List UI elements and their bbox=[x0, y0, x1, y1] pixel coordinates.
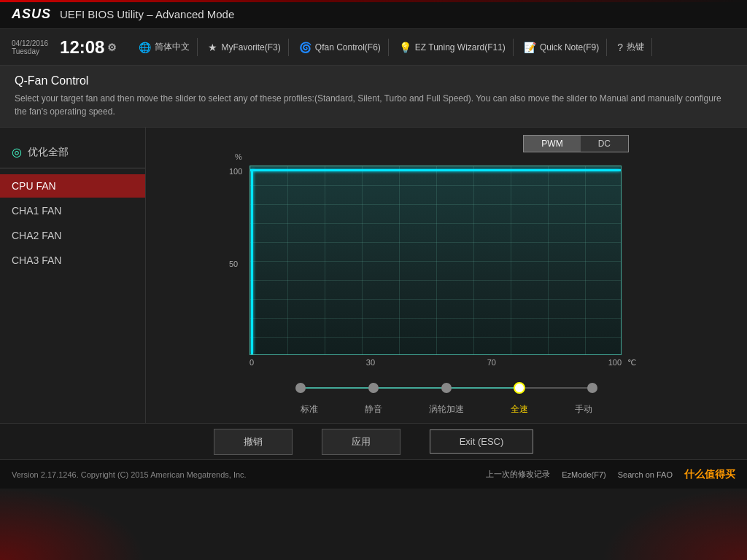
slider-dot-2[interactable] bbox=[441, 383, 452, 393]
slider-label-standard: 标准 bbox=[301, 403, 318, 416]
sidebar-item-cha2-fan[interactable]: CHA2 FAN bbox=[0, 224, 145, 247]
time-display: 12:08 ⚙ bbox=[60, 37, 117, 58]
slider-area: 标准 静音 涡轮加速 全速 手动 bbox=[249, 377, 643, 416]
exit-button[interactable]: Exit (ESC) bbox=[430, 429, 534, 454]
graph-container: % 100 50 0 30 70 100 ℃ bbox=[249, 166, 643, 362]
header: ASUS UEFI BIOS Utility – Advanced Mode bbox=[0, 0, 747, 29]
sidebar-item-cpu-fan[interactable]: CPU FAN bbox=[0, 174, 145, 198]
tuning-icon: 💡 bbox=[399, 42, 411, 53]
pwm-button[interactable]: PWM bbox=[524, 136, 580, 152]
site-logo: 什么值得买 bbox=[684, 468, 735, 481]
slider-label-manual: 手动 bbox=[575, 403, 592, 416]
gear-icon[interactable]: ⚙ bbox=[107, 42, 117, 53]
fan-curve-horizontal bbox=[250, 169, 621, 171]
cancel-button[interactable]: 撤销 bbox=[214, 429, 293, 455]
qfan-description-panel: Q-Fan Control Select your target fan and… bbox=[0, 66, 747, 128]
red-corner-right bbox=[601, 487, 747, 560]
globe-icon: 🌐 bbox=[139, 42, 151, 53]
toolbar-myfavorite[interactable]: ★ MyFavorite(F3) bbox=[201, 39, 288, 56]
toolbar-qfan[interactable]: 🌀 Qfan Control(F6) bbox=[292, 39, 389, 56]
hotkey-icon: ? bbox=[617, 42, 623, 53]
last-change-link[interactable]: 上一次的修改记录 bbox=[486, 469, 550, 480]
slider-labels: 标准 静音 涡轮加速 全速 手动 bbox=[301, 403, 592, 416]
asus-logo: ASUS bbox=[12, 7, 51, 22]
x-axis-unit: ℃ bbox=[627, 358, 636, 368]
toolbar-eztuning[interactable]: 💡 EZ Tuning Wizard(F11) bbox=[392, 39, 514, 56]
y-axis-100: 100 bbox=[229, 167, 242, 176]
favorite-icon: ★ bbox=[208, 42, 217, 53]
qfan-title: Q-Fan Control bbox=[15, 74, 732, 88]
red-corner-left bbox=[0, 487, 146, 560]
chart-area: PWM DC % 100 50 0 30 70 100 ℃ bbox=[146, 128, 747, 423]
slider-dot-4[interactable] bbox=[587, 383, 597, 393]
dc-button[interactable]: DC bbox=[581, 136, 628, 152]
hotkey-label: 热键 bbox=[627, 41, 644, 53]
ez-mode-link[interactable]: EzMode(F7) bbox=[562, 470, 606, 479]
note-icon: 📝 bbox=[524, 42, 536, 53]
favorite-label: MyFavorite(F3) bbox=[221, 42, 280, 52]
slider-dot-0[interactable] bbox=[295, 383, 306, 393]
content-area: ◎ 优化全部 CPU FAN CHA1 FAN CHA2 FAN CHA3 FA… bbox=[0, 128, 747, 423]
toolbar: 04/12/2016 Tuesday 12:08 ⚙ 🌐 简体中文 ★ MyFa… bbox=[0, 29, 747, 66]
datetime: 04/12/2016 Tuesday bbox=[12, 39, 48, 55]
slider-track-container[interactable] bbox=[301, 377, 592, 399]
sidebar: ◎ 优化全部 CPU FAN CHA1 FAN CHA2 FAN CHA3 FA… bbox=[0, 128, 146, 423]
header-title: UEFI BIOS Utility – Advanced Mode bbox=[60, 8, 234, 20]
slider-dot-3[interactable] bbox=[514, 382, 525, 394]
time-text: 12:08 bbox=[60, 37, 104, 58]
toolbar-language[interactable]: 🌐 简体中文 bbox=[131, 38, 198, 56]
bottom-bar: 撤销 应用 Exit (ESC) bbox=[0, 423, 747, 459]
day-label: Tuesday bbox=[12, 47, 48, 55]
date-label: 04/12/2016 bbox=[12, 39, 48, 47]
pwm-dc-toggle[interactable]: PWM DC bbox=[523, 135, 629, 152]
sidebar-item-cha1-fan[interactable]: CHA1 FAN bbox=[0, 199, 145, 222]
slider-label-turbo: 涡轮加速 bbox=[429, 403, 464, 416]
x-label-70: 70 bbox=[487, 358, 496, 367]
qfan-label: Qfan Control(F6) bbox=[315, 42, 381, 52]
optimize-all-item[interactable]: ◎ 优化全部 bbox=[0, 139, 145, 168]
x-label-100: 100 bbox=[608, 358, 622, 367]
fan-curve-vertical bbox=[251, 169, 253, 354]
slider-track-fill bbox=[301, 387, 519, 389]
x-label-0: 0 bbox=[249, 358, 254, 367]
language-label: 简体中文 bbox=[155, 41, 190, 53]
toolbar-hotkey[interactable]: ? 热键 bbox=[610, 38, 652, 56]
qfan-icon: 🌀 bbox=[299, 42, 311, 53]
x-label-30: 30 bbox=[366, 358, 375, 367]
graph-canvas bbox=[249, 166, 622, 355]
x-axis-labels: 0 30 70 100 ℃ bbox=[249, 355, 622, 370]
slider-track bbox=[301, 387, 592, 389]
footer-right: 上一次的修改记录 EzMode(F7) Search on FAO 什么值得买 bbox=[486, 468, 735, 481]
toolbar-items: 🌐 简体中文 ★ MyFavorite(F3) 🌀 Qfan Control(F… bbox=[131, 38, 735, 56]
search-link[interactable]: Search on FAO bbox=[618, 470, 673, 479]
eztuning-label: EZ Tuning Wizard(F11) bbox=[415, 42, 506, 52]
qfan-text: Select your target fan and then move the… bbox=[15, 92, 732, 118]
toolbar-quicknote[interactable]: 📝 Quick Note(F9) bbox=[516, 39, 607, 56]
sidebar-item-cha3-fan[interactable]: CHA3 FAN bbox=[0, 249, 145, 272]
footer: Version 2.17.1246. Copyright (C) 2015 Am… bbox=[0, 459, 747, 489]
y-axis-50: 50 bbox=[229, 260, 238, 268]
optimize-all-label: 优化全部 bbox=[28, 146, 69, 159]
optimize-icon: ◎ bbox=[12, 145, 22, 159]
y-axis-label: % bbox=[235, 152, 242, 161]
quicknote-label: Quick Note(F9) bbox=[540, 42, 599, 52]
version-label: Version 2.17.1246. Copyright (C) 2015 Am… bbox=[12, 470, 247, 479]
slider-label-fullspeed: 全速 bbox=[511, 403, 528, 416]
slider-label-silent: 静音 bbox=[365, 403, 382, 416]
slider-dot-1[interactable] bbox=[368, 383, 379, 393]
apply-button[interactable]: 应用 bbox=[322, 429, 400, 455]
